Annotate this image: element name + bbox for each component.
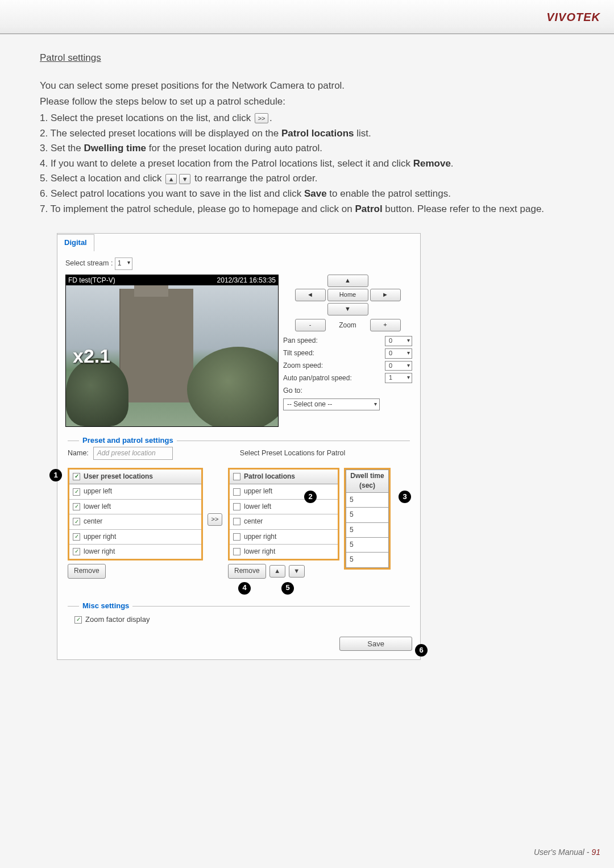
goto-label: Go to: [283, 387, 302, 394]
list-item[interactable]: lower right [230, 545, 338, 559]
zoom-factor-overlay: x2.1 [73, 342, 110, 370]
ptz-left-button[interactable]: ◄ [295, 289, 326, 301]
list-item[interactable]: ✓lower right [69, 545, 201, 559]
move-up-button[interactable]: ▲ [269, 565, 285, 578]
ptz-home-button[interactable]: Home [327, 289, 368, 301]
list-item[interactable]: upper left [230, 484, 338, 499]
goto-select[interactable]: -- Select one -- [283, 398, 380, 410]
pan-speed-label: Pan speed: [283, 336, 318, 346]
step-7: 7. To implement the patrol schedule, ple… [40, 202, 580, 217]
dwell-value[interactable]: 5 [346, 493, 389, 508]
list-item[interactable]: ✓center [69, 514, 201, 529]
list-item[interactable]: upper right [230, 530, 338, 545]
zoom-speed-select[interactable]: 0 [385, 361, 412, 371]
checkbox[interactable]: ✓ [73, 533, 80, 541]
preset-legend: Preset and patrol settings [79, 435, 177, 446]
patrol-locations-table: Patrol locations upper left lower left c… [228, 468, 339, 560]
intro-line-2: Please follow the steps below to set up … [40, 95, 580, 109]
tab-digital[interactable]: Digital [57, 234, 94, 251]
patrol-remove-button[interactable]: Remove [228, 564, 266, 578]
annotation-2: 2 [304, 491, 317, 503]
video-source-label: FD test(TCP-V) [68, 275, 115, 285]
add-to-patrol-button[interactable]: >> [208, 513, 222, 526]
checkbox[interactable] [233, 548, 240, 555]
list-item[interactable]: center [230, 514, 338, 529]
list-item[interactable]: ✓upper left [69, 484, 201, 499]
select-patrol-label: Select Preset Locations for Patrol [240, 448, 346, 458]
zoom-factor-checkbox[interactable]: ✓ [74, 616, 82, 624]
checkbox[interactable]: ✓ [73, 518, 80, 525]
step-3: 3. Set the Dwelling time for the preset … [40, 142, 580, 156]
zoom-label: Zoom [327, 319, 368, 331]
auto-speed-label: Auto pan/patrol speed: [283, 373, 352, 383]
patrol-check-all[interactable] [233, 473, 240, 480]
save-button[interactable]: Save [339, 637, 412, 651]
checkbox[interactable] [233, 503, 240, 510]
stream-select[interactable]: 1 [115, 258, 132, 269]
step-6: 6. Select patrol locations you want to s… [40, 187, 580, 201]
video-preview: FD test(TCP-V) 2012/3/21 16:53:35 x2.1 [65, 275, 279, 427]
zoom-factor-label: Zoom factor display [85, 614, 150, 625]
user-preset-table: ✓User preset locations ✓upper left ✓lowe… [68, 468, 203, 560]
down-icon: ▼ [179, 174, 190, 184]
checkbox[interactable]: ✓ [73, 488, 80, 496]
checkbox[interactable]: ✓ [73, 503, 80, 510]
preset-check-all[interactable]: ✓ [73, 473, 80, 480]
preset-header: User preset locations [84, 472, 153, 481]
page-footer: User's Manual - 91 [534, 848, 600, 857]
step-4: 4. If you want to delete a preset locati… [40, 157, 580, 171]
tilt-speed-select[interactable]: 0 [385, 348, 412, 359]
dwell-value[interactable]: 5 [346, 508, 389, 522]
section-title: Patrol settings [40, 51, 101, 65]
dwell-value[interactable]: 5 [346, 538, 389, 553]
checkbox[interactable] [233, 488, 240, 496]
add-icon: >> [255, 113, 268, 123]
ptz-up-button[interactable]: ▲ [327, 275, 368, 287]
checkbox[interactable] [233, 518, 240, 525]
preset-name-input[interactable]: Add preset location [93, 447, 173, 460]
checkbox[interactable]: ✓ [73, 548, 80, 555]
dwell-value[interactable]: 5 [346, 553, 389, 567]
ptz-right-button[interactable]: ► [370, 289, 401, 301]
list-item[interactable]: ✓lower left [69, 500, 201, 514]
pan-speed-select[interactable]: 0 [385, 336, 412, 346]
list-item[interactable]: lower left [230, 500, 338, 514]
annotation-6: 6 [415, 644, 428, 657]
step-5: 5. Select a location and click ▲▼ to rea… [40, 172, 580, 186]
annotation-1: 1 [49, 469, 62, 481]
list-item[interactable]: ✓upper right [69, 530, 201, 545]
move-down-button[interactable]: ▼ [289, 565, 305, 578]
intro-line-1: You can select some preset positions for… [40, 79, 580, 93]
zoom-in-button[interactable]: + [370, 319, 401, 331]
step-2: 2. The selected preset locations will be… [40, 127, 580, 141]
video-timestamp: 2012/3/21 16:53:35 [217, 275, 276, 285]
ptz-down-button[interactable]: ▼ [327, 303, 368, 315]
annotation-5: 5 [281, 582, 294, 595]
auto-speed-select[interactable]: 1 [385, 373, 412, 383]
misc-legend: Misc settings [79, 601, 132, 612]
checkbox[interactable] [233, 533, 240, 541]
step-1: 1. Select the preset locations on the li… [40, 111, 580, 126]
dwell-header: Dwell time(sec) [346, 470, 389, 493]
annotation-3: 3 [399, 491, 411, 503]
up-icon: ▲ [165, 174, 177, 184]
stream-label: Select stream : [65, 259, 113, 267]
name-label: Name: [68, 448, 89, 458]
tilt-speed-label: Tilt speed: [283, 348, 314, 358]
patrol-header: Patrol locations [244, 472, 295, 481]
preset-remove-button[interactable]: Remove [68, 564, 106, 578]
zoom-out-button[interactable]: - [295, 319, 326, 331]
brand-label: VIVOTEK [546, 10, 600, 23]
zoom-speed-label: Zoom speed: [283, 361, 323, 371]
annotation-4: 4 [238, 582, 251, 595]
dwell-value[interactable]: 5 [346, 523, 389, 538]
